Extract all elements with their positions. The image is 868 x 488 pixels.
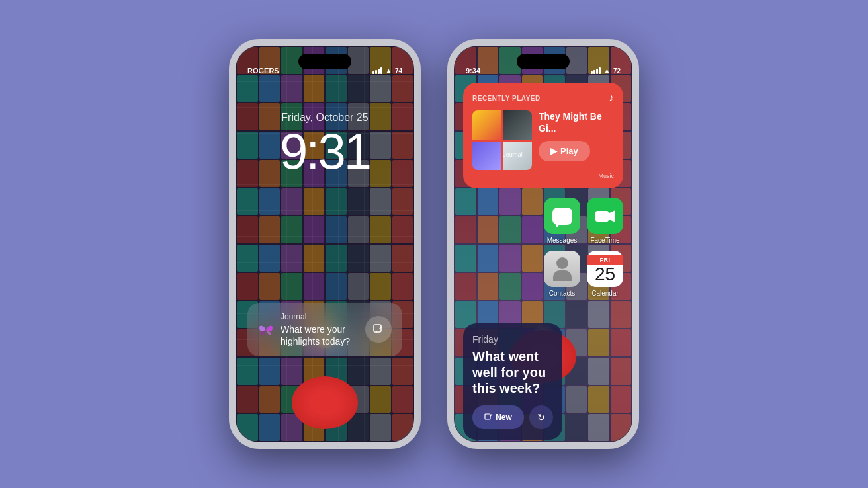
journal-edit-button[interactable] [365, 316, 392, 343]
dynamic-island [298, 54, 351, 69]
music-note-icon: ♪ [609, 92, 614, 104]
status-icons-phone2: ▲ 72 [591, 67, 621, 75]
phone1-frame: ROGERS ▲ 74 Friday, October 25 9:31 [229, 39, 421, 449]
edit-icon [372, 323, 384, 335]
journal-buttons: New ↻ [472, 405, 553, 429]
phone1-screen: ROGERS ▲ 74 Friday, October 25 9:31 [236, 46, 414, 442]
music-app-label: Music [472, 173, 614, 179]
top-app-row: Messages FaceTime [544, 198, 623, 297]
music-widget-body: They Might Be Gi... ▶ Play [472, 110, 614, 170]
journal-home-prompt: What went well for you this week? [472, 348, 553, 396]
lock-screen-content: Friday, October 25 9:31 [236, 112, 414, 177]
contacts-label: Contacts [549, 290, 575, 297]
album-art-2 [503, 110, 533, 140]
phone1-container: ROGERS ▲ 74 Friday, October 25 9:31 [229, 39, 421, 449]
phone2-screen: 9:34 ▲ 72 RECENTLY PLAYED ♪ [454, 46, 632, 442]
chair-decoration [292, 376, 358, 429]
calendar-app-wrap: FRI 25 Calendar [587, 251, 623, 297]
svg-rect-3 [485, 414, 490, 419]
status-icons-phone1: ▲ 74 [372, 67, 402, 75]
signal-icon [372, 67, 382, 74]
contacts-app-wrap: Contacts [544, 251, 580, 297]
journal-day: Friday [472, 334, 553, 345]
play-label: Play [560, 146, 578, 156]
lock-time: 9:31 [236, 126, 414, 177]
journal-home-widget[interactable]: Friday What went well for you this week?… [463, 323, 562, 440]
phone2-frame: 9:34 ▲ 72 RECENTLY PLAYED ♪ [447, 39, 639, 449]
battery-phone2: 72 [613, 67, 621, 75]
facetime-label: FaceTime [590, 237, 619, 244]
album-art-grid [472, 110, 532, 170]
journal-app-name: Journal [281, 312, 359, 321]
contacts-person-icon [544, 251, 580, 287]
journal-lock-widget[interactable]: Journal What were your highlights today? [247, 303, 402, 356]
carrier-label: ROGERS [247, 67, 279, 75]
recently-played-label: RECENTLY PLAYED [472, 95, 541, 102]
signal-icon-home [591, 67, 601, 74]
battery-phone1: 74 [395, 67, 402, 75]
phone2-container: 9:34 ▲ 72 RECENTLY PLAYED ♪ [447, 39, 639, 449]
refresh-icon: ↻ [537, 412, 545, 423]
calendar-icon[interactable]: FRI 25 [587, 251, 623, 287]
contacts-icon[interactable] [544, 251, 580, 287]
message-bubble-icon [552, 208, 572, 225]
svg-rect-1 [595, 211, 609, 222]
music-widget[interactable]: RECENTLY PLAYED ♪ They Might Be Gi... ▶ [463, 83, 623, 188]
journal-new-button[interactable]: New [472, 405, 524, 429]
journal-app-label-home: Journal [463, 151, 562, 158]
journal-refresh-button[interactable]: ↻ [529, 405, 553, 429]
facetime-camera-icon [595, 209, 616, 224]
album-art-1 [472, 110, 501, 140]
messages-icon[interactable] [544, 198, 580, 234]
svg-marker-2 [609, 210, 615, 222]
dynamic-island-home [517, 54, 570, 69]
music-artist-name: They Might Be Gi... [539, 110, 614, 134]
home-time: 9:34 [466, 67, 480, 75]
lock-date: Friday, October 25 [236, 112, 414, 124]
calendar-label: Calendar [591, 290, 619, 297]
messages-label: Messages [547, 237, 578, 244]
music-widget-header: RECENTLY PLAYED ♪ [472, 92, 614, 104]
calendar-date-num: 25 [595, 265, 615, 284]
wifi-icon: ▲ [385, 67, 392, 75]
journal-butterfly-icon [258, 323, 274, 336]
messages-app-wrap: Messages [544, 198, 580, 244]
journal-text-area: Journal What were your highlights today? [281, 312, 359, 347]
journal-lock-prompt: What were your highlights today? [281, 323, 359, 347]
facetime-app-wrap: FaceTime [587, 198, 623, 244]
new-label: New [496, 413, 512, 422]
wifi-icon-home: ▲ [603, 67, 611, 75]
facetime-icon[interactable] [587, 198, 623, 234]
compose-icon [484, 413, 492, 421]
